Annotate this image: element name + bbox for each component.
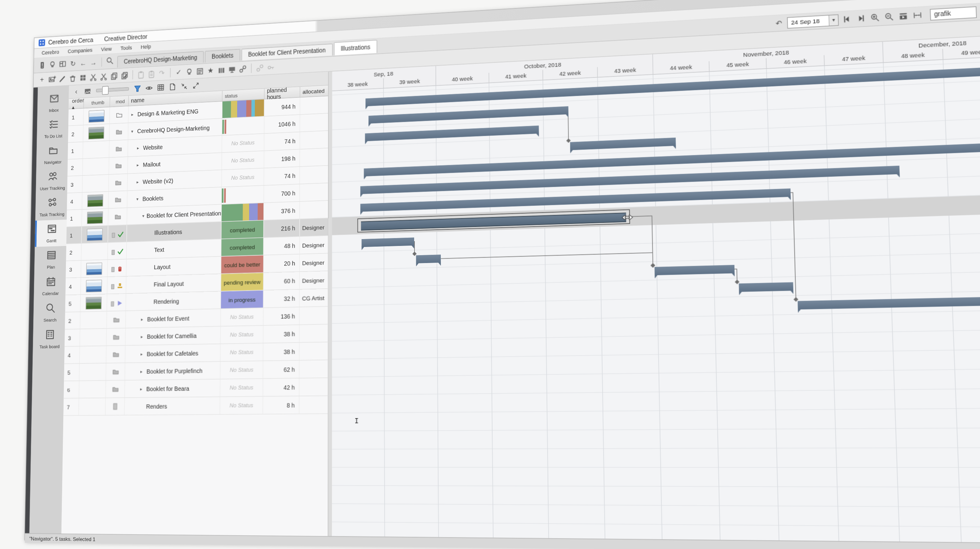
refresh-icon[interactable]: ↻ xyxy=(68,58,78,69)
grid-icon[interactable] xyxy=(156,81,166,93)
gantt-bar-booklet-for-event[interactable] xyxy=(797,297,980,310)
resize-handle[interactable] xyxy=(621,212,633,221)
task-name[interactable]: Booklet for Cafetales xyxy=(146,350,198,357)
chevron-down-icon[interactable]: ▼ xyxy=(829,15,838,25)
skip-end-icon[interactable] xyxy=(854,12,867,25)
column-header-status[interactable]: status xyxy=(223,89,264,101)
image-toggle-icon[interactable] xyxy=(82,85,93,97)
menu-cerebro[interactable]: Cerebro xyxy=(37,49,64,56)
unlink-icon[interactable] xyxy=(255,62,266,73)
task-name[interactable]: Renders xyxy=(146,402,167,409)
task-name[interactable]: Booklets xyxy=(143,195,164,202)
task-name[interactable]: Final Layout xyxy=(154,280,184,287)
menu-help[interactable]: Help xyxy=(136,43,156,50)
gantt-bar-text[interactable] xyxy=(361,238,414,247)
filter-icon[interactable] xyxy=(132,83,143,94)
gantt-bar-mailout[interactable] xyxy=(570,137,676,150)
gantt-body[interactable]: I xyxy=(332,58,980,543)
undo-icon[interactable]: ↶ xyxy=(773,17,785,30)
task-name[interactable]: Layout xyxy=(154,263,170,270)
task-name[interactable]: CerebroHQ Design-Marketing xyxy=(137,124,210,134)
favorite-icon[interactable]: ★ xyxy=(205,65,216,76)
report-icon[interactable] xyxy=(194,65,205,77)
column-header-hours[interactable]: planned hours xyxy=(264,87,300,99)
expand-arrow-icon[interactable]: ▾ xyxy=(142,213,144,219)
collapse-all-icon[interactable] xyxy=(179,80,189,92)
table-row-renders[interactable]: 7RendersNo Status8 h xyxy=(64,396,328,416)
date-value[interactable]: 24 Sep 18 xyxy=(788,17,829,26)
expand-arrow-icon[interactable]: ▸ xyxy=(137,179,141,184)
sidebar-item-user-tracking[interactable]: User Tracking xyxy=(36,167,68,195)
collapse-panel-icon[interactable]: ‹ xyxy=(71,86,82,97)
column-header-mod[interactable]: mod xyxy=(110,96,129,107)
expand-arrow-icon[interactable]: ▸ xyxy=(140,351,145,356)
tab-illustrations[interactable]: Illustrations xyxy=(334,39,377,55)
column-header-order[interactable]: order ▴ xyxy=(69,98,84,109)
sidebar-item-plan[interactable]: Plan xyxy=(34,246,66,273)
task-name[interactable]: Text xyxy=(154,246,164,253)
fit-range-icon[interactable] xyxy=(911,9,924,22)
task-name[interactable]: Website (v2) xyxy=(143,177,173,185)
expand-arrow-icon[interactable]: ▸ xyxy=(140,369,145,374)
gantt-bar-cerebrohq-design-marketing[interactable] xyxy=(368,106,568,124)
approve-icon[interactable]: ✓ xyxy=(173,66,184,78)
sidebar-item-to-do-list[interactable]: To Do List xyxy=(37,115,69,142)
cut-icon[interactable] xyxy=(88,71,99,83)
sidebar-item-task-board[interactable]: Task board xyxy=(33,325,65,353)
paste-special-icon[interactable] xyxy=(146,68,157,80)
task-name[interactable]: Website xyxy=(143,143,163,150)
menu-tools[interactable]: Tools xyxy=(116,45,136,51)
forward-icon[interactable]: → xyxy=(88,56,99,68)
export-icon[interactable] xyxy=(167,81,178,93)
cut-alt-icon[interactable] xyxy=(99,70,109,82)
gantt-bar-rendering[interactable] xyxy=(739,282,793,292)
tab-booklets[interactable]: Booklets xyxy=(205,49,240,62)
copy-icon[interactable] xyxy=(109,70,119,82)
sidebar-item-inbox[interactable]: Inbox xyxy=(37,89,69,117)
redo-icon[interactable]: ↷ xyxy=(156,67,167,79)
expand-arrow-icon[interactable]: ▸ xyxy=(131,112,135,117)
cube-icon[interactable] xyxy=(78,72,88,83)
add-icon[interactable]: + xyxy=(37,74,47,85)
task-name[interactable]: Booklet for Event xyxy=(147,315,189,322)
expand-arrow-icon[interactable]: ▸ xyxy=(137,162,141,168)
sidebar-item-task-tracking[interactable]: Task Tracking xyxy=(35,193,67,220)
calendar-go-icon[interactable] xyxy=(897,10,910,22)
task-name[interactable]: Illustrations xyxy=(154,228,183,236)
menu-companies[interactable]: Companies xyxy=(63,47,97,54)
gantt-bar-final-layout[interactable] xyxy=(654,265,735,275)
layout-icon[interactable] xyxy=(57,58,68,70)
date-picker[interactable]: 24 Sep 18 ▼ xyxy=(787,14,839,29)
back-icon[interactable]: ← xyxy=(78,57,89,69)
task-name[interactable]: Booklet for Camellia xyxy=(147,332,196,340)
sidebar-item-calendar[interactable]: Calendar xyxy=(34,272,66,300)
expand-arrow-icon[interactable]: ▸ xyxy=(141,334,145,339)
zoom-slider[interactable] xyxy=(96,87,129,93)
table-row-booklet-for-purplefinch[interactable]: 5▸Booklet for PurplefinchNo Status62 h xyxy=(64,360,328,381)
gantt-bar-layout[interactable] xyxy=(416,254,441,263)
task-name[interactable]: Booklet for Beara xyxy=(146,385,189,392)
alert-icon[interactable] xyxy=(37,59,47,71)
expand-arrow-icon[interactable]: ▾ xyxy=(136,196,140,201)
column-header-alloc[interactable]: allocated xyxy=(301,86,328,97)
zoom-slider-thumb[interactable] xyxy=(102,86,109,95)
library-icon[interactable] xyxy=(216,64,227,76)
gantt-chart[interactable]: Sep, 18October, 2018November, 2018Decemb… xyxy=(328,37,980,543)
search-icon[interactable] xyxy=(105,55,115,67)
expand-all-icon[interactable] xyxy=(191,79,201,91)
sidebar-item-navigator[interactable]: Navigator xyxy=(36,141,68,168)
menu-view[interactable]: View xyxy=(97,46,116,53)
table-row-booklet-for-beara[interactable]: 6▸Booklet for BearaNo Status42 h xyxy=(64,378,328,399)
delete-icon[interactable] xyxy=(67,72,78,84)
task-name[interactable]: Mailout xyxy=(143,160,161,168)
link-icon[interactable] xyxy=(237,63,248,75)
sidebar-item-gantt[interactable]: Gantt xyxy=(35,220,67,247)
task-name[interactable]: Booklet for Purplefinch xyxy=(146,367,203,375)
gantt-bar-website[interactable] xyxy=(365,126,539,141)
presentation-icon[interactable] xyxy=(226,63,237,75)
bulb-icon[interactable] xyxy=(184,66,194,77)
idea-icon[interactable] xyxy=(47,59,57,70)
column-header-thumb[interactable]: thumb xyxy=(84,97,110,108)
profile-combo[interactable]: grafik xyxy=(930,6,977,21)
zoom-in-icon[interactable] xyxy=(869,11,881,24)
